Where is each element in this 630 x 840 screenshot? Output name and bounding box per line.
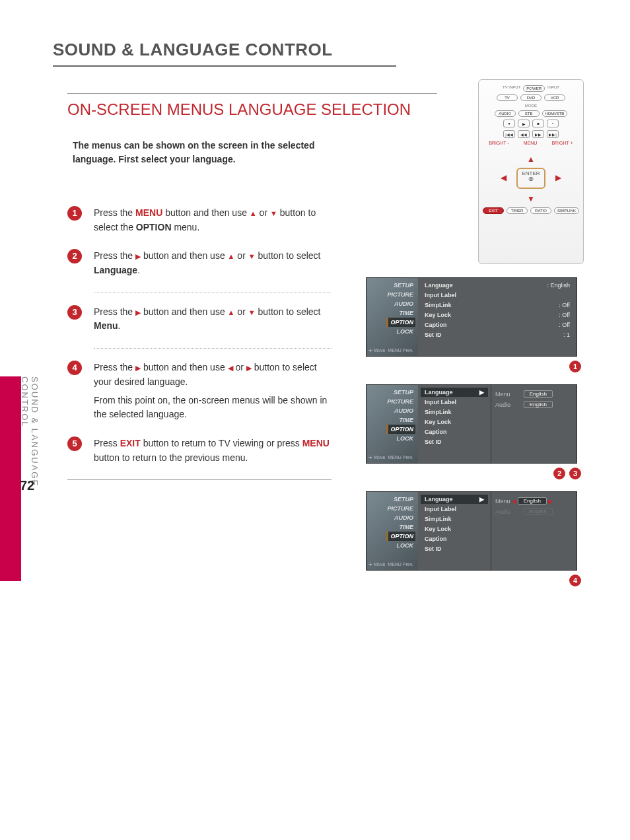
figure-ref-1: 1 xyxy=(569,361,581,372)
fig2-mid-keylock: Key Lock xyxy=(425,419,451,425)
fig3-mid-simplink: SimpLink xyxy=(425,516,452,522)
step-badge-3: 3 xyxy=(67,305,82,320)
sidebar-item-time: TIME xyxy=(398,522,416,532)
step3-text-e: . xyxy=(118,320,121,331)
fig3-mid-keylock: Key Lock xyxy=(425,526,451,532)
fig1-k-setid: Set ID xyxy=(425,332,442,338)
fig3-right-menu-value: English xyxy=(518,497,547,505)
sidebar-item-time: TIME xyxy=(398,308,416,318)
step3-text-d: button to select xyxy=(256,306,321,317)
remote-right-arrow-icon: ▶ xyxy=(555,173,561,182)
figure-ref-3: 3 xyxy=(569,468,581,479)
remote-down-arrow-icon: ▼ xyxy=(527,194,535,203)
left-arrow-icon: ◀ xyxy=(228,363,233,374)
osd-mid-panel: Language: English Input Label SimpLink: … xyxy=(418,278,577,356)
step3-text-c: or xyxy=(234,306,248,317)
fig1-k-inputlabel: Input Label xyxy=(425,292,456,298)
fig1-v-keylock: : Off xyxy=(559,312,570,318)
sidebar-item-setup: SETUP xyxy=(392,388,415,397)
fig1-v-simplink: : Off xyxy=(559,302,570,308)
right-arrow-icon: ▶ xyxy=(479,389,484,396)
fig3-right-audio-label: Audio xyxy=(495,508,510,515)
osd-hint-move: Move xyxy=(374,348,385,353)
sidebar-item-option: OPTION xyxy=(386,425,415,434)
step4-text-b: button and then use xyxy=(141,362,228,372)
remote-menu-label: MENU xyxy=(524,141,538,145)
remote-dpad: ▲ ▼ ◀ ▶ ENTER⦿ xyxy=(491,152,571,205)
fig1-k-simplink: SimpLink xyxy=(425,302,452,308)
osd-hint-prev: MENU Prev. xyxy=(388,455,413,460)
page-subtitle: ON-SCREEN MENUS LANGUAGE SELECTION xyxy=(67,93,437,119)
fig1-v-setid: : 1 xyxy=(563,332,570,338)
step1-text-a: Press the xyxy=(94,207,135,218)
osd-hint-prev: MENU Prev. xyxy=(388,348,413,353)
fig3-mid-caption: Caption xyxy=(425,536,447,542)
remote-stb-button: STB xyxy=(518,110,540,117)
down-arrow-icon: ▼ xyxy=(248,307,256,318)
remote-hdmistb-button: HDMI/STB xyxy=(542,110,568,117)
right-arrow-icon: ▶ xyxy=(135,363,141,374)
remote-vcr-button: VCR xyxy=(544,94,565,101)
fig2-right-menu-value: English xyxy=(524,390,553,398)
right-arrow-icon: ▶ xyxy=(479,496,484,503)
up-arrow-icon: ▲ xyxy=(250,208,257,219)
up-arrow-icon: ▲ xyxy=(228,251,235,262)
sidebar-item-lock: LOCK xyxy=(395,327,416,336)
sidebar-item-picture: PICTURE xyxy=(385,397,415,406)
fig2-right-menu-label: Menu xyxy=(495,391,510,398)
remote-timer-button: TIMER xyxy=(507,207,528,214)
step2-text-c: or xyxy=(234,250,248,261)
fig3-mid-setid: Set ID xyxy=(425,545,442,552)
step2-text-b: button and then use xyxy=(141,250,228,261)
section-title: SOUND & LANGUAGE CONTROL xyxy=(53,40,396,67)
sidebar-item-setup: SETUP xyxy=(392,495,415,504)
sidebar-item-picture: PICTURE xyxy=(385,504,415,513)
right-arrow-icon: ▶ xyxy=(135,251,141,262)
remote-stop-icon: ■ xyxy=(532,120,544,127)
down-arrow-icon: ▼ xyxy=(248,251,256,262)
remote-exit-button: EXIT xyxy=(483,207,504,214)
remote-next-track-icon: ▶▶| xyxy=(547,130,559,138)
remote-tv-button: TV xyxy=(497,94,518,101)
remote-rewind-icon: ◀◀ xyxy=(518,130,530,138)
step5-exit-word: EXIT xyxy=(120,438,141,448)
osd-hint-move: Move xyxy=(374,455,385,460)
step2-text-a: Press the xyxy=(94,250,135,261)
sidebar-item-option: OPTION xyxy=(386,318,415,327)
remote-rec-icon: ● xyxy=(503,120,515,127)
step-4: 4 Press the ▶ button and then use ◀ or ▶… xyxy=(67,361,332,422)
step4-text-a: Press the xyxy=(94,362,135,372)
fig3-mid-inputlabel: Input Label xyxy=(425,506,456,512)
remote-audio-button: AUDIO xyxy=(495,110,516,117)
sidebar-item-lock: LOCK xyxy=(395,434,416,443)
remote-prev-track-icon: |◀◀ xyxy=(503,130,515,138)
figure-ref-4: 4 xyxy=(569,575,581,586)
remote-simplink-button: SIMPLINK xyxy=(554,207,579,214)
osd-mid-panel: Language▶ Input Label SimpLink Key Lock … xyxy=(418,492,491,570)
figure-ref-2: 2 xyxy=(553,468,565,479)
page-number: 72 xyxy=(20,478,34,493)
step-3: 3 Press the ▶ button and then use ▲ or ▼… xyxy=(67,305,332,333)
remote-mode-label: MODE xyxy=(525,104,537,108)
fig1-k-caption: Caption xyxy=(425,322,447,328)
right-arrow-icon: ▶ xyxy=(246,363,252,374)
down-arrow-icon: ▼ xyxy=(270,208,277,219)
osd-hint: ✢ Move MENU Prev. xyxy=(368,455,413,460)
step3-menu-word: Menu xyxy=(94,320,118,331)
osd-hint-prev: MENU Prev. xyxy=(388,562,413,567)
step-badge-4: 4 xyxy=(67,361,82,375)
step4-note: From this point on, the on-screen menus … xyxy=(94,394,332,422)
right-arrow-icon: ▶ xyxy=(548,498,553,505)
fig2-mid-simplink: SimpLink xyxy=(425,409,452,415)
step5-text-c: button to return to the previous menu. xyxy=(94,452,248,463)
sidebar-item-audio: AUDIO xyxy=(392,513,415,522)
osd-hint-move: Move xyxy=(374,562,385,567)
sidebar-item-lock: LOCK xyxy=(395,541,416,550)
step-badge-5: 5 xyxy=(67,437,82,451)
fig2-mid-caption: Caption xyxy=(425,429,447,435)
fig1-k-language: Language xyxy=(425,282,453,289)
step-1: 1 Press the MENU button and then use ▲ o… xyxy=(67,206,332,234)
sidebar-item-setup: SETUP xyxy=(392,281,415,290)
up-arrow-icon: ▲ xyxy=(228,307,235,318)
remote-illustration: TV INPUT POWER INPUT TV DVD VCR MODE AUD… xyxy=(478,79,584,264)
